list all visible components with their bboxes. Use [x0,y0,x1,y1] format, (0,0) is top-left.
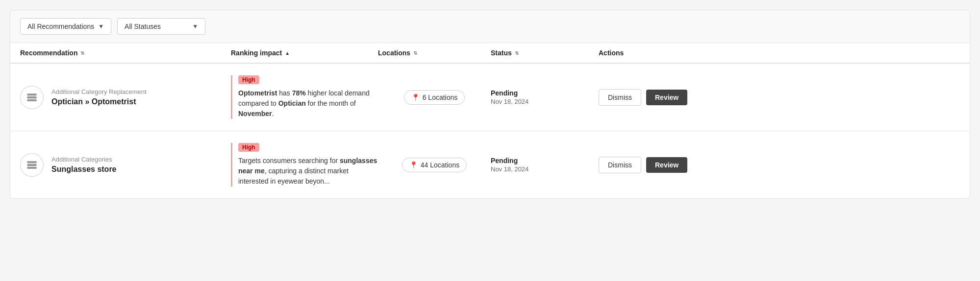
list-icon [26,92,38,103]
rec-type-1: Additional Category Replacement [51,88,147,95]
col-header-status[interactable]: Status ⇅ [491,49,599,57]
high-badge-1: High [238,75,259,84]
pin-icon-2: 📍 [409,161,418,169]
status-label-2: Pending [491,157,599,164]
locations-cell-2: 📍 44 Locations [378,158,491,172]
rec-title-2: Sunglasses store [51,165,117,174]
impact-text-2: Targets consumers searching for sunglass… [238,156,378,187]
dismiss-button-1[interactable]: Dismiss [599,89,641,106]
actions-cell-2: Dismiss Review [599,157,706,173]
rec-text-1: Additional Category Replacement Optician… [51,88,147,106]
locations-badge-2[interactable]: 📍 44 Locations [402,158,467,172]
col-header-locations[interactable]: Locations ⇅ [378,49,491,57]
locations-count-2: 44 Locations [421,161,459,169]
sort-icon-ranking: ▲ [285,50,290,56]
statuses-filter-label: All Statuses [125,23,161,30]
rec-type-2: Additional Categories [51,156,117,163]
col-header-recommendation[interactable]: Recommendation ⇅ [20,49,231,57]
filters-bar: All Recommendations ▼ All Statuses ▼ [10,10,970,43]
statuses-filter[interactable]: All Statuses ▼ [117,18,205,35]
actions-cell-1: Dismiss Review [599,89,706,106]
rec-cell-2: Additional Categories Sunglasses store [20,153,231,177]
svg-rect-3 [27,162,36,163]
locations-cell-1: 📍 6 Locations [378,90,491,105]
statuses-filter-arrow: ▼ [192,23,198,30]
status-cell-2: Pending Nov 18, 2024 [491,157,599,173]
rec-title-1: Optician » Optometrist [51,97,147,106]
dismiss-button-2[interactable]: Dismiss [599,157,641,173]
rec-icon-1 [20,86,44,109]
high-badge-2: High [238,143,259,152]
impact-cell-2: High Targets consumers searching for sun… [231,143,378,187]
recommendations-filter-label: All Recommendations [27,23,94,30]
svg-rect-1 [27,96,36,98]
status-date-1: Nov 18, 2024 [491,98,599,105]
rec-text-2: Additional Categories Sunglasses store [51,156,117,174]
list-icon-2 [26,159,38,171]
table-row: Additional Category Replacement Optician… [10,64,970,131]
sort-icon-status: ⇅ [515,50,519,56]
col-header-ranking-impact[interactable]: Ranking impact ▲ [231,49,378,57]
svg-rect-0 [27,94,36,95]
svg-rect-2 [27,99,36,101]
rec-icon-2 [20,153,44,177]
main-container: All Recommendations ▼ All Statuses ▼ Rec… [10,10,970,199]
status-cell-1: Pending Nov 18, 2024 [491,89,599,105]
sort-icon-recommendation: ⇅ [80,50,84,56]
rec-cell-1: Additional Category Replacement Optician… [20,86,231,109]
locations-count-1: 6 Locations [423,94,458,101]
review-button-2[interactable]: Review [646,157,687,173]
recommendations-filter[interactable]: All Recommendations ▼ [20,18,111,35]
table-header: Recommendation ⇅ Ranking impact ▲ Locati… [10,43,970,64]
svg-rect-4 [27,164,36,165]
status-label-1: Pending [491,89,599,97]
table-row: Additional Categories Sunglasses store H… [10,131,970,198]
locations-badge-1[interactable]: 📍 6 Locations [404,90,465,105]
impact-text-1: Optometrist has 78% higher local demand … [238,88,378,119]
status-date-2: Nov 18, 2024 [491,165,599,173]
sort-icon-locations: ⇅ [413,50,417,56]
impact-cell-1: High Optometrist has 78% higher local de… [231,75,378,119]
col-header-actions: Actions [599,49,706,57]
pin-icon-1: 📍 [411,94,420,101]
review-button-1[interactable]: Review [646,90,687,105]
svg-rect-5 [27,167,36,168]
recommendations-filter-arrow: ▼ [98,23,104,30]
